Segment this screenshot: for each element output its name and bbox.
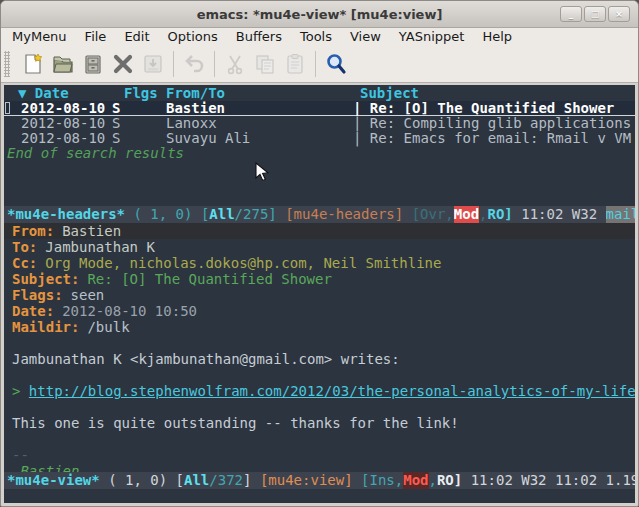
modeline-status: [Ovr, [412,206,454,223]
header-field-flags: Flags:seen [4,287,635,303]
blank-line [4,335,635,351]
header-field-from: From:Bastien [4,223,635,239]
modeline-lines-total: /372 [209,472,243,489]
modeline-readonly-flag[interactable]: RO] [437,472,462,489]
minimize-button[interactable]: _ [560,6,582,22]
field-label: Date: [12,303,54,319]
header-field-cc: Cc:Org Mode, nicholas.dokos@hp.com, Neil… [4,255,635,271]
mu4e-headers-window: ▼ Date Flgs From/To Subject 2012-08-10 S… [4,85,635,206]
header-field-date: Date:2012-08-10 10:50 [4,303,635,319]
menu-view[interactable]: View [341,28,390,46]
blank-line [4,399,635,415]
modeline-readonly-flag[interactable]: RO] [488,206,513,223]
modeline-major-mode[interactable]: [mu4e:view] [260,472,361,489]
close-button[interactable]: × [608,6,630,22]
blank-line [4,431,635,447]
field-label: Subject: [12,271,79,287]
modeline-modified-flag[interactable]: Mod [454,206,479,223]
modeline-lines-total: /275 [235,206,269,223]
field-value: /bulk [79,319,129,335]
modeline-status: , [429,472,437,489]
menu-help[interactable]: Help [473,28,521,46]
field-label: Cc: [12,255,37,271]
menubar: MyMenu File Edit Options Buffers Tools V… [1,28,638,46]
row-flags: S [112,101,166,116]
save-buffer-icon[interactable] [138,50,168,78]
comment-line: This one is quite outstanding -- thanks … [4,415,635,431]
field-value: 2012-08-10 10:50 [54,303,197,319]
window-title: emacs: *mu4e-view* [mu4e:view] [197,7,443,22]
titlebar[interactable]: emacs: *mu4e-view* [mu4e:view] _ □ × [1,1,638,28]
modeline-major-mode[interactable]: [mu4e-headers] [285,206,411,223]
modeline-time: 11:02 W32 11:02 1.19 [462,472,635,489]
row-date: 2012-08-10 [21,131,112,146]
menu-file[interactable]: File [76,28,116,46]
menu-edit[interactable]: Edit [115,28,158,46]
field-label: Maildir: [12,319,79,335]
toolbar-grip[interactable] [4,51,10,77]
minibuffer[interactable] [4,489,635,503]
column-date[interactable]: ▼ Date [18,85,124,101]
row-subject: | Re: [O] The Quantified Shower [353,101,635,116]
headers-modeline: *mu4e-headers* ( 1, 0) [ All /275 ] [mu4… [4,206,635,223]
paste-icon[interactable] [280,50,310,78]
end-of-search-results: End of search results [4,146,635,161]
modeline-modified-flag[interactable]: Mod [403,472,428,489]
row-from: Suvayu Ali [166,131,353,146]
emacs-window: emacs: *mu4e-view* [mu4e:view] _ □ × MyM… [0,0,639,507]
message-row[interactable]: 2012-08-10 S Suvayu Ali | Re: Emacs for … [4,131,635,146]
copy-icon[interactable] [250,50,280,78]
field-value: Org Mode, nicholas.dokos@hp.com, Neil Sm… [37,255,441,271]
menu-yasnippet[interactable]: YASnippet [390,28,474,46]
row-flags: S [112,116,166,131]
modeline-maildir-segment: maildir:/bulk-------- [606,206,635,223]
new-file-icon[interactable] [18,50,48,78]
column-flags[interactable]: Flgs [124,85,166,101]
row-from: Bastien [166,101,353,116]
kill-buffer-icon[interactable] [108,50,138,78]
field-label: Flags: [12,287,63,303]
row-date: 2012-08-10 [21,101,112,116]
window-controls: _ □ × [558,6,630,22]
message-row-selected[interactable]: 2012-08-10 S Bastien | Re: [O] The Quant… [4,101,635,116]
row-subject: | Re: Compiling glib applications [353,116,635,131]
menu-tools[interactable]: Tools [291,28,341,46]
maildir-label: maildir:/bulk [606,206,635,222]
dired-icon[interactable] [78,50,108,78]
field-value: Re: [O] The Quantified Shower [79,271,331,287]
headers-column-row: ▼ Date Flgs From/To Subject [4,85,635,101]
modeline-bracket: [ [176,472,184,489]
message-row[interactable]: 2012-08-10 S Lanoxx | Re: Compiling glib… [4,116,635,131]
menu-options[interactable]: Options [159,28,227,46]
column-subject[interactable]: Subject [360,85,635,101]
toolbar-separator [315,51,316,77]
modeline-buffer-name: *mu4e-view* [7,472,100,489]
field-value: Bastien [54,223,121,239]
row-from: Lanoxx [166,116,353,131]
menu-buffers[interactable]: Buffers [227,28,291,46]
maximize-button[interactable]: □ [584,6,606,22]
cut-icon[interactable] [220,50,250,78]
menu-mymenu[interactable]: MyMenu [3,28,76,46]
row-subject: | Re: Emacs for email: Rmail v VM v Gnus [353,131,635,146]
open-file-icon[interactable] [48,50,78,78]
quote-prefix: > [12,383,29,399]
search-icon[interactable] [321,50,351,78]
undo-icon[interactable] [179,50,209,78]
modeline-lines-all: All [209,206,234,223]
toolbar-separator [173,51,174,77]
modeline-status: [Ins, [361,472,403,489]
column-from[interactable]: From/To [166,85,360,101]
modeline-bracket: [ [201,206,209,223]
modeline-time: 11:02 W32 [513,206,606,223]
modeline-bracket: ] [268,206,285,223]
emacs-frame: ▼ Date Flgs From/To Subject 2012-08-10 S… [4,85,635,503]
row-flags: S [112,131,166,146]
blank-line [4,367,635,383]
field-value: Jambunathan K [37,239,155,255]
modeline-status: , [479,206,487,223]
signature-separator: -- [4,447,635,463]
mu4e-view-window: From:Bastien To:Jambunathan K Cc:Org Mod… [4,223,635,472]
body-link[interactable]: http://blog.stephenwolfram.com/2012/03/t… [29,383,635,399]
field-value: seen [63,287,105,303]
